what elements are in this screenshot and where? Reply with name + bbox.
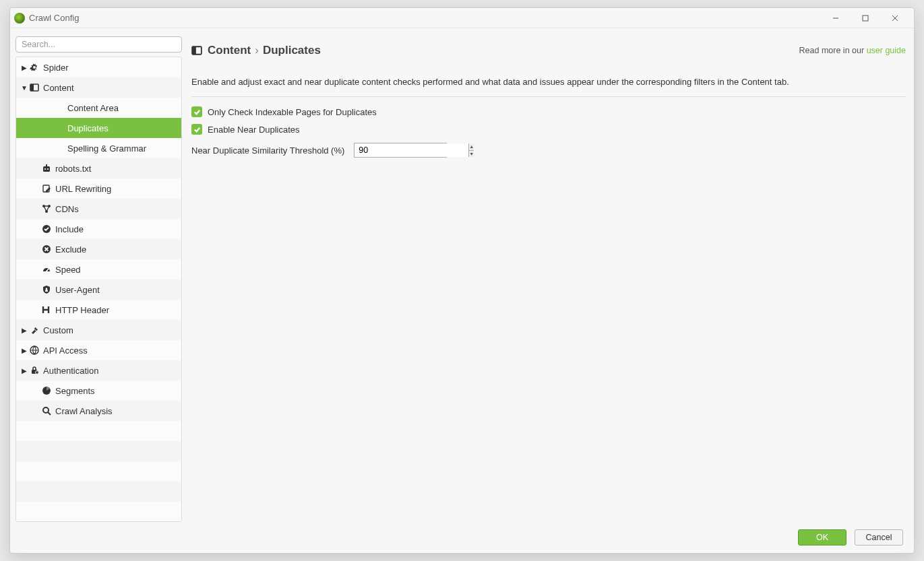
sidebar-item-label: Content Area	[65, 103, 119, 113]
search-icon	[40, 406, 53, 416]
checkbox-checked-icon[interactable]	[191, 106, 202, 117]
threshold-field[interactable]: ▲ ▼	[354, 143, 447, 158]
gauge-icon	[40, 265, 53, 274]
breadcrumb: Content › Duplicates	[208, 44, 321, 57]
empty-row	[16, 421, 181, 441]
search-input[interactable]	[16, 36, 182, 53]
sidebar-item-content[interactable]: ▼Content	[16, 77, 181, 98]
sidebar-item-label: Authentication	[40, 366, 98, 376]
enable-near-option[interactable]: Enable Near Duplicates	[191, 124, 906, 135]
expander-icon[interactable]: ▼	[20, 84, 28, 92]
sidebar-item-label: Duplicates	[65, 123, 109, 133]
expander-icon[interactable]: ▶	[20, 367, 28, 374]
sidebar-item-authentication[interactable]: ▶Authentication	[16, 360, 181, 381]
empty-row	[16, 441, 181, 461]
only-indexable-label: Only Check Indexable Pages for Duplicate…	[208, 107, 377, 117]
sidebar-item-label: Spelling & Grammar	[65, 143, 146, 154]
sidebar-item-api-access[interactable]: ▶API Access	[16, 340, 181, 360]
sidebar-item-spelling-grammar[interactable]: Spelling & Grammar	[16, 138, 181, 158]
expander-icon[interactable]: ▶	[20, 64, 28, 71]
close-button[interactable]	[880, 9, 910, 28]
titlebar: Crawl Config	[10, 8, 914, 28]
main-panel: Content › Duplicates Read more in our us…	[191, 36, 906, 522]
sidebar-item-label: URL Rewriting	[53, 184, 111, 194]
sidebar-item-segments[interactable]: Segments	[16, 381, 181, 401]
sidebar-item-include[interactable]: Include	[16, 219, 181, 239]
empty-row	[16, 482, 181, 502]
expander-icon[interactable]: ▶	[20, 327, 28, 334]
lock-icon	[28, 366, 40, 375]
breadcrumb-sep: ›	[255, 44, 259, 57]
sidebar-item-label: Crawl Analysis	[53, 406, 113, 416]
ban-icon	[40, 244, 53, 254]
empty-row	[16, 461, 181, 482]
sidebar-item-label: HTTP Header	[53, 305, 109, 315]
sidebar-item-label: Include	[53, 224, 84, 234]
sidebar-item-custom[interactable]: ▶Custom	[16, 320, 181, 340]
sidebar-item-label: Content	[40, 83, 74, 93]
header-icon	[40, 305, 53, 315]
breadcrumb-section: Content	[208, 44, 251, 57]
sidebar-item-content-area[interactable]: Content Area	[16, 98, 181, 118]
sidebar-item-crawl-analysis[interactable]: Crawl Analysis	[16, 401, 181, 421]
ok-button[interactable]: OK	[798, 529, 846, 546]
crawl-config-dialog: Crawl Config ▶Spider▼ContentContent Area…	[9, 7, 915, 554]
minimize-button[interactable]	[821, 9, 851, 28]
layout-icon	[191, 45, 202, 56]
only-indexable-option[interactable]: Only Check Indexable Pages for Duplicate…	[191, 106, 906, 117]
sidebar-item-url-rewriting[interactable]: URL Rewriting	[16, 178, 181, 199]
shield-icon	[40, 285, 53, 294]
check-icon	[40, 224, 53, 234]
nav-tree: ▶Spider▼ContentContent AreaDuplicatesSpe…	[16, 57, 182, 522]
sidebar: ▶Spider▼ContentContent AreaDuplicatesSpe…	[16, 36, 182, 522]
threshold-input[interactable]	[355, 143, 468, 157]
globe-icon	[28, 345, 40, 355]
sidebar-item-spider[interactable]: ▶Spider	[16, 57, 181, 77]
sidebar-item-duplicates[interactable]: Duplicates	[16, 118, 181, 138]
divider	[191, 96, 906, 97]
empty-row	[16, 502, 181, 521]
app-icon	[14, 13, 25, 24]
sidebar-item-speed[interactable]: Speed	[16, 259, 181, 279]
sidebar-item-label: Custom	[40, 325, 73, 335]
window-title: Crawl Config	[29, 13, 79, 23]
maximize-button[interactable]	[851, 9, 880, 28]
sidebar-item-cdns[interactable]: CDNs	[16, 199, 181, 219]
spin-up-button[interactable]: ▲	[469, 143, 474, 151]
checkbox-checked-icon[interactable]	[191, 124, 202, 135]
breadcrumb-page: Duplicates	[263, 44, 321, 57]
enable-near-label: Enable Near Duplicates	[208, 125, 300, 135]
edit-icon	[40, 184, 53, 193]
sidebar-item-label: User-Agent	[53, 285, 100, 295]
tools-icon	[28, 325, 40, 335]
sidebar-item-label: robots.txt	[53, 164, 91, 174]
pie-icon	[40, 386, 53, 395]
sidebar-item-robots-txt[interactable]: robots.txt	[16, 158, 181, 178]
spin-down-button[interactable]: ▼	[469, 151, 474, 158]
sidebar-item-label: Segments	[53, 386, 95, 396]
robot-icon	[40, 164, 53, 173]
svg-rect-20	[863, 15, 868, 21]
threshold-label: Near Duplicate Similarity Threshold (%)	[191, 145, 344, 156]
sidebar-item-http-header[interactable]: HTTP Header	[16, 300, 181, 320]
sidebar-item-label: Spider	[40, 63, 69, 73]
sidebar-item-label: Exclude	[53, 244, 86, 255]
sidebar-item-user-agent[interactable]: User-Agent	[16, 279, 181, 300]
sidebar-item-label: API Access	[40, 345, 88, 356]
read-more: Read more in our user guide	[799, 46, 906, 55]
gear-icon	[28, 63, 40, 72]
cancel-button[interactable]: Cancel	[855, 529, 903, 546]
sidebar-item-label: Speed	[53, 265, 81, 275]
layout-icon	[28, 83, 40, 92]
dialog-footer: OK Cancel	[10, 522, 914, 553]
cdn-icon	[40, 204, 53, 213]
sidebar-item-label: CDNs	[53, 204, 79, 214]
expander-icon[interactable]: ▶	[20, 347, 28, 354]
sidebar-item-exclude[interactable]: Exclude	[16, 239, 181, 259]
panel-description: Enable and adjust exact and near duplica…	[191, 77, 906, 87]
user-guide-link[interactable]: user guide	[867, 46, 906, 55]
